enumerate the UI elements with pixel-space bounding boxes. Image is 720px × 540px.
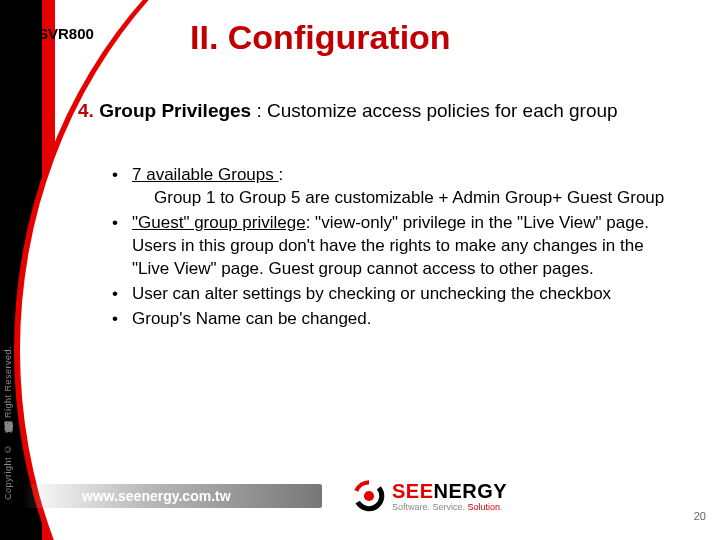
- tagline-a: Software. Service.: [392, 502, 468, 512]
- logo-mark-icon: [352, 479, 386, 513]
- logo-part-a: SEE: [392, 480, 434, 502]
- page-number: 20: [694, 510, 706, 522]
- bullet-1-sub: Group 1 to Group 5 are customizable + Ad…: [132, 187, 670, 210]
- page-title: II. Configuration: [190, 18, 451, 57]
- svg-point-1: [364, 491, 374, 501]
- list-item: 7 available Groups : Group 1 to Group 5 …: [110, 164, 670, 210]
- bullet-1-colon: :: [278, 165, 283, 184]
- section-heading: 4. Group Privileges : Customize access p…: [78, 100, 618, 122]
- copyright-vertical: Copyright © 緒辰科技股份有限公司 All Right Reserve…: [2, 0, 14, 540]
- logo-tagline: Software. Service. Solution.: [392, 503, 507, 512]
- section-number: 4.: [78, 100, 94, 121]
- list-item: "Guest" group privilege: "view-only" pri…: [110, 212, 670, 281]
- copyright-text: Copyright © 緒辰科技股份有限公司 All Right Reserve…: [2, 346, 15, 500]
- list-item: Group's Name can be changed.: [110, 308, 670, 331]
- bullet-list: 7 available Groups : Group 1 to Group 5 …: [110, 164, 670, 333]
- bullet-2-lead: "Guest" group privilege: [132, 213, 306, 232]
- bullet-1-lead: 7 available Groups: [132, 165, 278, 184]
- logo-text: SEENERGY Software. Service. Solution.: [392, 481, 507, 512]
- logo-wordmark: SEENERGY: [392, 481, 507, 501]
- list-item: User can alter settings by checking or u…: [110, 283, 670, 306]
- footer-bar: www.seenergy.com.tw SEENERGY Software. S…: [22, 476, 720, 516]
- tagline-b: Solution: [468, 502, 501, 512]
- footer-url: www.seenergy.com.tw: [22, 484, 322, 508]
- brand-logo: SEENERGY Software. Service. Solution.: [352, 479, 507, 513]
- tagline-c: .: [500, 502, 503, 512]
- section-desc: : Customize access policies for each gro…: [256, 100, 617, 121]
- section-label: Group Privileges: [99, 100, 251, 121]
- logo-part-b: NERGY: [434, 480, 508, 502]
- product-badge: SVR800: [38, 25, 94, 42]
